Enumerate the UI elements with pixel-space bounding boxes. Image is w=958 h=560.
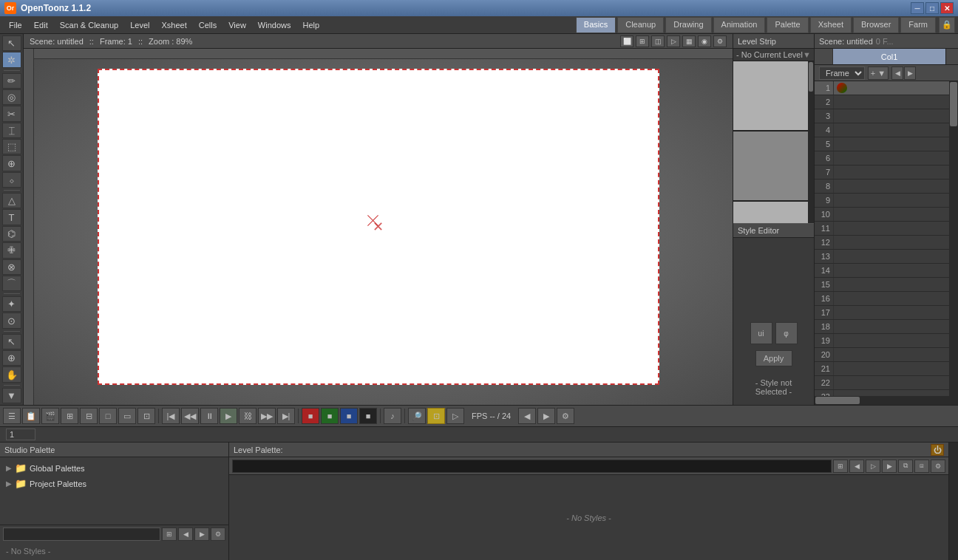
xsheet-hscrollbar[interactable] [815, 396, 958, 405]
menu-xsheet[interactable]: Xsheet [156, 18, 193, 32]
studio-palette-btn-3[interactable]: ▶ [194, 527, 209, 541]
menu-level[interactable]: Level [124, 18, 155, 32]
row-cell[interactable] [833, 222, 958, 235]
view-mode-btn[interactable]: ⬜ [620, 35, 633, 47]
tool-arrow-down[interactable]: ▼ [2, 388, 21, 403]
next-controls[interactable]: ▶ [537, 408, 555, 424]
row-cell[interactable] [833, 208, 958, 221]
tab-browser[interactable]: Browser [853, 17, 899, 33]
tab-cleanup[interactable]: Cleanup [617, 17, 664, 33]
close-button[interactable]: ✕ [940, 2, 954, 14]
level-dropdown[interactable]: ▼ [803, 50, 811, 59]
level-strip-scrollbar[interactable] [808, 61, 814, 223]
xsheet-row[interactable]: 8 [815, 180, 958, 194]
lp-btn-2[interactable]: ◀ [849, 460, 864, 473]
xsheet-row[interactable]: 10 [815, 208, 958, 222]
goto-start-btn[interactable]: |◀ [162, 408, 180, 424]
tool-rgb[interactable]: ⊕ [2, 155, 21, 171]
apply-button[interactable]: Apply [755, 350, 792, 366]
camera-view-btn[interactable]: 🎬 [41, 408, 59, 424]
xsheet-row[interactable]: 13 [815, 250, 958, 264]
row-cell[interactable] [833, 334, 958, 347]
next-frame-btn[interactable]: ▶▶ [258, 408, 276, 424]
lp-btn-4[interactable]: ▶ [882, 460, 897, 473]
studio-palette-btn-1[interactable]: ⊞ [162, 527, 177, 541]
menu-view[interactable]: View [222, 18, 252, 32]
lp-btn-3[interactable]: ▷ [866, 460, 880, 473]
row-cell[interactable] [833, 165, 958, 179]
xsheet-row[interactable]: 14 [815, 264, 958, 278]
xsheet-row[interactable]: 12 [815, 236, 958, 250]
goto-end-btn[interactable]: ▶| [277, 408, 295, 424]
xsheet-row[interactable]: 6 [815, 151, 958, 165]
tab-xsheet[interactable]: Xsheet [810, 17, 852, 33]
tool-blender[interactable]: ⬦ [2, 172, 21, 188]
eye-btn[interactable]: ◉ [698, 35, 711, 47]
lp-btn-6[interactable]: ⧇ [914, 460, 929, 473]
menu-cells[interactable]: Cells [193, 18, 222, 32]
tool-style[interactable]: ⬚ [2, 139, 21, 154]
menu-edit[interactable]: Edit [28, 18, 54, 32]
row-cell[interactable] [833, 151, 958, 165]
xsheet-hscrollbar-thumb[interactable] [815, 397, 860, 404]
prev-frame-btn[interactable]: ◀◀ [181, 408, 199, 424]
row-cell[interactable] [833, 376, 958, 389]
lp-btn-7[interactable]: ⚙ [931, 460, 945, 473]
row-cell[interactable] [833, 194, 958, 207]
xsheet-row[interactable]: 21 [815, 362, 958, 376]
row-cell[interactable] [833, 236, 958, 249]
xsheet-row[interactable]: 18 [815, 320, 958, 334]
black-btn[interactable]: ■ [359, 408, 377, 424]
zoom-in-btn[interactable]: 🔎 [408, 408, 426, 424]
minimize-button[interactable]: ─ [911, 2, 924, 14]
studio-palette-btn-2[interactable]: ◀ [178, 527, 193, 541]
lock-button[interactable]: 🔒 [939, 17, 955, 33]
maximize-button[interactable]: □ [925, 2, 939, 14]
se-icon-2[interactable]: φ [775, 322, 798, 344]
tool-selection[interactable]: ↖ [2, 334, 21, 349]
project-palettes-folder[interactable]: ▶ 📁 Project Palettes [3, 476, 225, 491]
row-cell[interactable] [833, 137, 958, 151]
tool-pinch[interactable]: ✦ [2, 296, 21, 312]
xsheet-row[interactable]: 23 [815, 390, 958, 396]
pause-btn[interactable]: ⏸ [200, 408, 218, 424]
row-cell[interactable] [833, 348, 958, 361]
preview-btn[interactable]: ▷ [667, 35, 680, 47]
play-btn[interactable]: ▶ [220, 408, 237, 424]
menu-help[interactable]: Help [296, 18, 325, 32]
xsheet-row[interactable]: 16 [815, 292, 958, 306]
tool-geometric[interactable]: △ [2, 193, 21, 208]
canvas-viewport[interactable]: ✕ [24, 49, 733, 405]
level-strip-scrollbar-thumb[interactable] [809, 62, 813, 92]
tab-animation[interactable]: Animation [713, 17, 766, 33]
red-btn[interactable]: ■ [302, 408, 319, 424]
menu-windows[interactable]: Windows [252, 18, 297, 32]
xsheet-scrollbar[interactable] [949, 81, 958, 396]
settings-controls[interactable]: ⚙ [557, 408, 574, 424]
tool-fill[interactable]: ◎ [2, 89, 21, 105]
grid-btn[interactable]: ⊞ [636, 35, 649, 47]
link-btn[interactable]: ⛓ [239, 408, 257, 424]
row-cell[interactable] [833, 264, 958, 277]
new-memo-btn[interactable]: 📋 [22, 408, 40, 424]
tool-zoom[interactable]: ⊕ [2, 350, 21, 366]
se-icon-1[interactable]: ui [750, 322, 772, 344]
xsheet-row[interactable]: 4 [815, 123, 958, 137]
rect-btn[interactable]: ▭ [118, 408, 136, 424]
canvas-frame[interactable]: ✕ [98, 69, 659, 385]
menu-toggle-btn[interactable]: ☰ [3, 408, 21, 424]
tool-select[interactable]: ✲ [2, 52, 21, 67]
lp-btn-1[interactable]: ⊞ [833, 460, 848, 473]
table-btn[interactable]: ⊟ [80, 408, 98, 424]
global-palettes-folder[interactable]: ▶ 📁 Global Palettes [3, 460, 225, 476]
xsheet-row[interactable]: 19 [815, 334, 958, 348]
row-cell[interactable] [833, 109, 958, 123]
frame-number-input[interactable] [6, 428, 35, 440]
xsheet-row[interactable]: 5 [815, 137, 958, 151]
tool-skeleton[interactable]: ✙ [2, 242, 21, 258]
loop-btn[interactable]: ⊡ [137, 408, 155, 424]
xsheet-row[interactable]: 9 [815, 194, 958, 208]
tool-brush[interactable]: ✏ [2, 73, 21, 89]
row-cell[interactable] [833, 123, 958, 137]
tool-hand[interactable]: ✋ [2, 366, 21, 382]
